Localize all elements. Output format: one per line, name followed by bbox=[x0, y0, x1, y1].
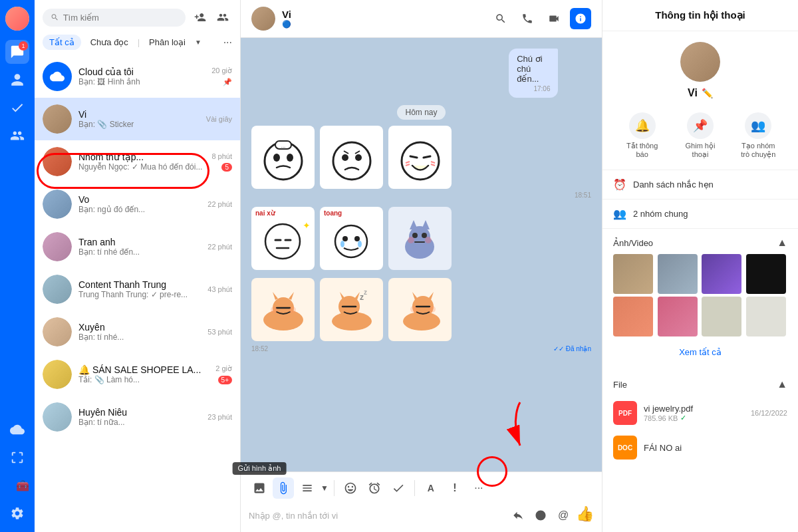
sticker-row-3: z z bbox=[251, 278, 591, 341]
chat-item-cloud[interactable]: Cloud của tôi Bạn: 🖼 Hình ảnh 20 giờ 📌 bbox=[35, 55, 240, 98]
media-toggle-icon[interactable]: ▲ bbox=[777, 237, 787, 249]
file-section-toggle-icon[interactable]: ▲ bbox=[777, 378, 787, 390]
info-panel-button[interactable] bbox=[570, 8, 591, 29]
chat-item-content[interactable]: Content Thanh Trung Trung Thanh Trung: ✓… bbox=[35, 268, 240, 311]
nav-chat-icon[interactable]: 1 bbox=[5, 40, 29, 64]
svg-point-55 bbox=[429, 306, 436, 313]
alarm-button[interactable] bbox=[364, 477, 385, 499]
chat-badge-group1: 5 bbox=[221, 163, 232, 172]
chat-time-vo: 22 phút bbox=[207, 200, 232, 208]
exclaim-button[interactable]: ! bbox=[444, 477, 466, 499]
search-input[interactable] bbox=[63, 13, 178, 23]
sticker-button[interactable] bbox=[340, 477, 361, 499]
search-box[interactable] bbox=[43, 9, 186, 27]
chat-meta-sale: 2 giờ 5+ bbox=[215, 364, 232, 384]
chat-item-tranhanh[interactable]: Tran anh Bạn: tí nhé đến... 22 phút bbox=[35, 225, 240, 268]
right-action-mute[interactable]: 🔔 Tắt thông báo bbox=[622, 112, 662, 159]
nav-scan-icon[interactable] bbox=[5, 446, 29, 469]
video-call-button[interactable] bbox=[543, 8, 565, 29]
more-filter-button[interactable]: ··· bbox=[223, 37, 232, 49]
sticker-cat-sleep-1 bbox=[251, 278, 315, 341]
chat-item-xuyen[interactable]: Xuyên Bạn: tí nhé... 53 phút bbox=[35, 311, 240, 353]
chat-info-vo: Vo Bạn: ngủ đó đến... bbox=[78, 194, 201, 214]
svg-point-54 bbox=[410, 306, 417, 313]
like-button[interactable]: 👍 bbox=[576, 505, 594, 525]
sticker-row-2: nai xừ ✦ toang bbox=[251, 207, 591, 270]
chat-item-sale[interactable]: 🔔 SÁN SALE SHOPEE LA... Tải: 📎 Làm hó...… bbox=[35, 353, 240, 396]
chat-item-vi[interactable]: Vi Bạn: 📎 Sticker Vài giây bbox=[35, 98, 240, 140]
reply-button[interactable] bbox=[508, 505, 528, 525]
chat-info-xuyen: Xuyên Bạn: tí nhé... bbox=[78, 322, 201, 342]
xuyen-avatar bbox=[43, 317, 72, 346]
sticker-toang: toang bbox=[320, 207, 383, 270]
emoji-button[interactable] bbox=[531, 505, 551, 525]
user-avatar[interactable] bbox=[5, 7, 29, 31]
media-thumb-3[interactable] bbox=[702, 254, 741, 294]
nav-groups-icon[interactable] bbox=[5, 124, 29, 148]
toolbar-separator-1 bbox=[334, 480, 334, 496]
chat-item-group1[interactable]: Nhóm thứ tập... Nguyễn Ngọc: ✓ Mua hó đế… bbox=[35, 140, 240, 183]
chat-message-input[interactable] bbox=[249, 511, 503, 521]
chat-header-name: Vi bbox=[282, 9, 483, 20]
media-thumb-5[interactable] bbox=[613, 297, 653, 336]
chat-info-sale: 🔔 SÁN SALE SHOPEE LA... Tải: 📎 Làm hó... bbox=[78, 364, 209, 384]
chat-item-vo[interactable]: Vo Bạn: ngủ đó đến... 22 phút bbox=[35, 183, 240, 225]
file-item-1[interactable]: PDF vi jewelry.pdf 785.96 KB ✓ 16/12/202… bbox=[613, 396, 787, 430]
groups-label: 2 nhóm chung bbox=[633, 209, 787, 219]
search-chat-button[interactable] bbox=[490, 8, 511, 29]
file-item-2[interactable]: DOC FÁI NO ai bbox=[613, 430, 787, 465]
svg-point-31 bbox=[422, 233, 427, 238]
edit-name-icon[interactable]: ✏️ bbox=[702, 88, 713, 98]
svg-point-23 bbox=[354, 236, 360, 241]
svg-point-21 bbox=[335, 225, 367, 257]
add-friend-button[interactable] bbox=[191, 8, 209, 27]
svg-marker-44 bbox=[340, 292, 345, 300]
sticker-face-2 bbox=[320, 126, 383, 189]
more-options-button[interactable] bbox=[297, 477, 318, 499]
chat-item-huyenniu[interactable]: Huyên Niêu Bạn: tí nữa... 23 phút bbox=[35, 396, 240, 438]
view-all-media-button[interactable]: Xem tất cả bbox=[613, 342, 787, 362]
mention-button[interactable]: @ bbox=[553, 505, 573, 525]
message-time-bubble: 17:06 bbox=[517, 85, 550, 92]
nav-tools-icon[interactable]: 🧰 bbox=[5, 473, 29, 497]
doc-icon: DOC bbox=[613, 436, 637, 460]
chat-name-cloud: Cloud của tôi bbox=[78, 66, 205, 77]
right-action-pin[interactable]: 📌 Ghim hội thoại bbox=[680, 112, 720, 159]
filter-unread-button[interactable]: Chưa đọc bbox=[84, 35, 135, 50]
reminders-label: Danh sách nhắc hẹn bbox=[633, 180, 787, 190]
media-thumb-4[interactable] bbox=[746, 254, 786, 294]
media-thumb-7[interactable] bbox=[702, 297, 741, 336]
right-action-group[interactable]: 👥 Tạo nhóm trò chuyện bbox=[738, 112, 778, 159]
call-button[interactable] bbox=[517, 8, 538, 29]
file-name-1: vi jewelry.pdf bbox=[644, 404, 744, 414]
sticker-face-3 bbox=[388, 126, 452, 189]
chat-meta-huyenniu: 23 phút bbox=[207, 413, 232, 421]
nav-contacts-icon[interactable] bbox=[5, 68, 29, 92]
nav-cloud-icon[interactable] bbox=[5, 418, 29, 442]
dots-button[interactable]: ··· bbox=[468, 477, 489, 499]
media-thumb-8[interactable] bbox=[746, 297, 786, 336]
create-group-button[interactable] bbox=[213, 8, 232, 27]
media-thumb-6[interactable] bbox=[658, 297, 698, 336]
reminders-row[interactable]: ⏰ Danh sách nhắc hẹn bbox=[602, 170, 798, 199]
chat-meta-group1: 8 phút 5 bbox=[211, 152, 232, 172]
groups-row[interactable]: 👥 2 nhóm chung bbox=[602, 200, 798, 228]
media-thumb-2[interactable] bbox=[658, 254, 698, 294]
right-avatar bbox=[680, 42, 720, 82]
filter-all-button[interactable]: Tất cả bbox=[43, 35, 81, 50]
format-button[interactable]: A bbox=[420, 477, 442, 499]
chat-name-tranhanh: Tran anh bbox=[78, 237, 201, 247]
media-thumb-1[interactable] bbox=[613, 254, 653, 294]
svg-marker-29 bbox=[422, 220, 430, 229]
nav-settings-icon[interactable] bbox=[5, 501, 29, 525]
attach-file-button[interactable] bbox=[273, 477, 294, 499]
image-send-button[interactable]: Gửi hình ảnh bbox=[249, 477, 270, 499]
dropdown-arrow: ▼ bbox=[321, 483, 329, 493]
sort-button[interactable]: Phân loại bbox=[142, 35, 192, 50]
chat-time-huyenniu: 23 phút bbox=[207, 413, 232, 421]
nav-tasks-icon[interactable] bbox=[5, 96, 29, 120]
messages-area: Chú ơi chú đến... 17:06 Hôm nay .. bbox=[241, 38, 602, 471]
pin-icon: 📌 bbox=[687, 112, 714, 139]
task-button[interactable] bbox=[388, 477, 409, 499]
svg-point-22 bbox=[342, 236, 348, 241]
